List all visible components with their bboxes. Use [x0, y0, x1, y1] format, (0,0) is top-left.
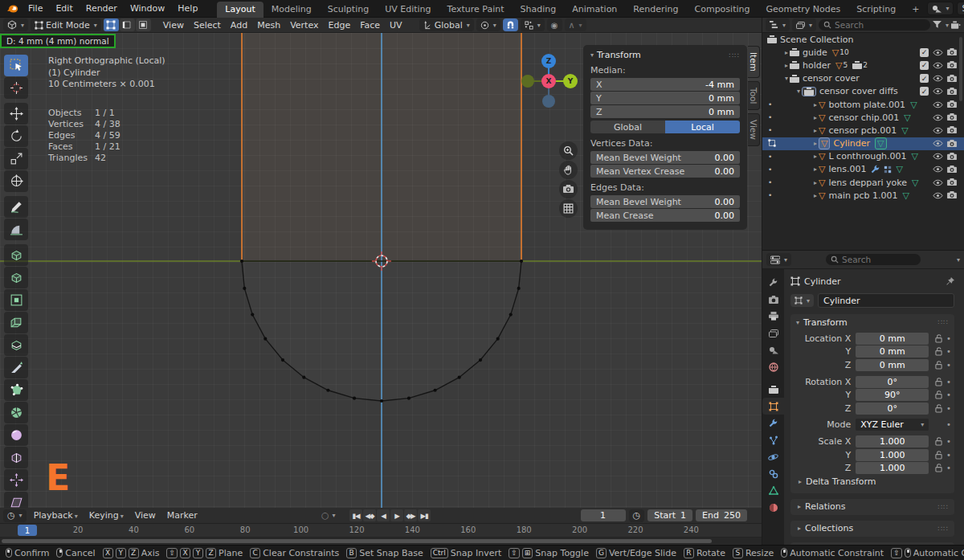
camera-render-icon[interactable]: [947, 191, 957, 199]
workspace-tab-animation[interactable]: Animation: [564, 2, 625, 18]
npanel-tab-tool[interactable]: Tool: [748, 81, 760, 110]
properties-tab-tool[interactable]: [762, 274, 784, 291]
animate-dot[interactable]: •: [946, 420, 951, 429]
scrollbar-handle[interactable]: [2, 539, 712, 543]
scene-field[interactable]: Scene ×: [957, 2, 964, 15]
camera-render-icon[interactable]: [947, 153, 957, 161]
gizmo-axis-y-neg[interactable]: [521, 75, 534, 88]
tool-annotate[interactable]: [4, 196, 28, 218]
properties-tab-scene[interactable]: [762, 341, 784, 358]
timeline-editor-dropdown[interactable]: ◷ ▾: [3, 509, 27, 522]
tool-extrude-region[interactable]: [4, 267, 28, 288]
eye-icon[interactable]: [933, 62, 943, 69]
value-field[interactable]: 90°: [856, 389, 929, 401]
frame-end-field[interactable]: End 250: [696, 509, 747, 521]
timeline-menu-marker[interactable]: Marker: [161, 510, 203, 521]
animate-dot[interactable]: •: [946, 437, 951, 446]
chevron-right-icon[interactable]: ▸: [814, 166, 817, 173]
tool-shear[interactable]: [4, 492, 28, 508]
mode-dropdown[interactable]: Edit Mode ▾: [31, 18, 101, 31]
menu-render[interactable]: Render: [80, 3, 124, 14]
menu-file[interactable]: File: [22, 3, 49, 14]
value-field[interactable]: 1.000: [856, 435, 929, 448]
tool-bevel[interactable]: [4, 312, 28, 333]
tool-spin[interactable]: [4, 402, 28, 423]
tool-move[interactable]: [4, 103, 28, 125]
outliner-search[interactable]: [819, 19, 930, 31]
timeline-menu-playback[interactable]: Playback▾: [28, 510, 84, 521]
snap-toggle-button[interactable]: [503, 18, 518, 31]
animate-dot[interactable]: •: [946, 451, 951, 460]
animate-dot[interactable]: •: [946, 390, 951, 399]
median-x-field[interactable]: X-4 mm: [590, 78, 740, 91]
object-id-dropdown[interactable]: ▾: [790, 294, 814, 307]
panel-relations[interactable]: ▸Relations∷∷: [790, 499, 954, 515]
eye-icon[interactable]: [933, 153, 943, 160]
delta-transform-toggle[interactable]: ▸Delta Transform: [790, 475, 954, 488]
gizmo-axis-z-neg[interactable]: [542, 95, 555, 108]
outliner-search-input[interactable]: [835, 20, 925, 30]
gizmo-axis-x[interactable]: X: [541, 74, 556, 88]
lock-icon[interactable]: [932, 347, 945, 356]
viewport-menu-edge[interactable]: Edge: [323, 20, 355, 31]
workspace-tab-geometry-nodes[interactable]: Geometry Nodes: [758, 2, 848, 18]
proportional-editing-button[interactable]: ◉: [547, 18, 562, 31]
properties-tab-world[interactable]: [762, 358, 784, 375]
viewport-3d[interactable]: D: 4 mm (4 mm) normal Right Orthographic…: [0, 33, 762, 508]
tool-scale[interactable]: [4, 148, 28, 170]
menu-help[interactable]: Help: [171, 3, 204, 14]
outliner-display-dropdown[interactable]: ▾: [766, 18, 790, 31]
tool-select-box[interactable]: [4, 55, 28, 76]
lock-icon[interactable]: [932, 451, 945, 460]
chevron-right-icon[interactable]: ▸: [814, 101, 817, 108]
camera-render-icon[interactable]: [947, 88, 957, 96]
eye-icon[interactable]: [933, 101, 943, 108]
grid-toggle-button[interactable]: [559, 199, 578, 218]
jump-to-end-button[interactable]: ▶▮: [418, 509, 431, 521]
viewport-menu-mesh[interactable]: Mesh: [252, 20, 285, 31]
timeline-menu-keying[interactable]: Keying▾: [84, 510, 129, 521]
camera-render-icon[interactable]: [947, 61, 957, 69]
transform-orientation-dropdown[interactable]: Global ▾: [419, 18, 474, 31]
properties-tab-collection[interactable]: [762, 381, 784, 398]
outliner-row-lens-001[interactable]: •▸▽lens.001▽: [762, 163, 964, 176]
panel-collections[interactable]: ▸Collections∷∷: [790, 521, 954, 537]
value-field[interactable]: 0 mm: [856, 345, 929, 358]
pivot-point-dropdown[interactable]: ▾: [476, 18, 500, 31]
tool-cursor[interactable]: [4, 77, 28, 99]
animate-dot[interactable]: •: [946, 334, 951, 343]
properties-editor-dropdown[interactable]: ▾: [766, 253, 791, 266]
properties-tab-render[interactable]: [762, 291, 784, 308]
value-field[interactable]: 0 mm: [856, 333, 929, 345]
jump-to-start-button[interactable]: ▮◀: [349, 509, 362, 521]
median-z-field[interactable]: Z0 mm: [590, 105, 740, 118]
menu-edit[interactable]: Edit: [49, 3, 79, 14]
use-preview-range-button[interactable]: ◷: [629, 509, 645, 522]
gizmo-axis-z[interactable]: Z: [541, 54, 556, 68]
tool-smooth[interactable]: [4, 424, 28, 446]
properties-tab-constraints[interactable]: [762, 465, 784, 482]
chevron-down-icon[interactable]: ▾: [797, 88, 800, 95]
properties-tab-object-data[interactable]: [762, 482, 784, 499]
panel-grip[interactable]: ∷∷: [729, 51, 740, 59]
object-name-field[interactable]: Cylinder: [818, 293, 954, 308]
chevron-right-icon[interactable]: ▸: [785, 49, 788, 56]
properties-tab-object[interactable]: [762, 398, 784, 415]
eye-icon[interactable]: [933, 88, 943, 95]
global-button[interactable]: Global: [590, 121, 665, 133]
next-keyframe-button[interactable]: ◆▶: [404, 509, 417, 521]
chevron-right-icon[interactable]: ▸: [814, 153, 817, 160]
value-field[interactable]: 1.000: [856, 462, 929, 474]
properties-tab-output[interactable]: [762, 308, 784, 325]
pin-icon[interactable]: [946, 277, 954, 285]
outliner-row-censor-cover[interactable]: ▾censor cover✓: [762, 72, 964, 85]
workspace-tab-sculpting[interactable]: Sculpting: [320, 2, 377, 18]
camera-render-icon[interactable]: [947, 178, 957, 186]
camera-render-icon[interactable]: [947, 140, 957, 148]
chevron-down-icon[interactable]: ▾: [957, 256, 960, 264]
timeline-menu-view[interactable]: View: [129, 510, 161, 521]
tool-inset-faces[interactable]: [4, 289, 28, 311]
play-reverse-button[interactable]: ◀: [377, 509, 390, 521]
outliner-row-guide[interactable]: ▸guide▽10✓: [762, 46, 964, 59]
outliner-row-bottom-plate-001[interactable]: •▸▽bottom plate.001▽: [762, 98, 964, 111]
